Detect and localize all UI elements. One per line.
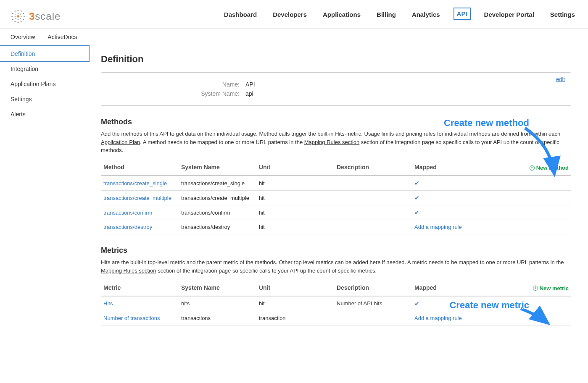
- metric-system: transactions: [179, 311, 256, 325]
- method-name-link[interactable]: transactions/destroy: [103, 224, 152, 230]
- method-system: transactions/create_single: [179, 176, 256, 191]
- definition-infobox: edit Name: API System Name: api: [101, 72, 571, 106]
- application-plan-link[interactable]: Application Plan: [101, 139, 140, 145]
- svg-point-14: [15, 18, 16, 19]
- col-mapped: Mapped: [412, 280, 496, 296]
- svg-point-16: [18, 13, 18, 13]
- col-unit: Unit: [256, 160, 334, 176]
- nav-developers[interactable]: Developers: [270, 9, 309, 20]
- info-system-label: System Name:: [109, 90, 245, 97]
- table-row: transactions/create_multipletransactions…: [101, 191, 571, 205]
- nav-applications[interactable]: Applications: [320, 9, 363, 20]
- svg-point-3: [24, 16, 25, 17]
- method-name-link[interactable]: transactions/create_single: [103, 180, 167, 186]
- page: Definition Integration Application Plans…: [0, 46, 588, 365]
- method-system: transactions/destroy: [179, 220, 256, 234]
- col-system: System Name: [179, 280, 256, 296]
- metrics-description: Hits are the built-in top-level metric a…: [101, 258, 571, 275]
- logo-text: 3scale: [29, 10, 61, 22]
- methods-table: Method System Name Unit Description Mapp…: [101, 160, 571, 235]
- subnav: Overview ActiveDocs: [0, 29, 588, 46]
- metric-unit: hit: [256, 296, 334, 311]
- check-icon: ✔: [414, 180, 419, 186]
- metric-name-link[interactable]: Hits: [103, 300, 113, 307]
- nav-settings[interactable]: Settings: [548, 9, 577, 20]
- metric-mapped: ✔: [412, 296, 496, 311]
- sidebar-item-alerts[interactable]: Alerts: [0, 107, 89, 122]
- svg-point-13: [20, 13, 21, 14]
- metric-unit: transaction: [256, 311, 334, 325]
- table-row: HitshitshitNumber of API hits✔: [101, 296, 571, 311]
- new-metric-button[interactable]: + New metric: [533, 285, 569, 291]
- metric-name-link[interactable]: Number of transactions: [103, 315, 160, 321]
- svg-point-10: [12, 13, 13, 14]
- svg-point-19: [21, 16, 21, 16]
- subnav-activedocs[interactable]: ActiveDocs: [47, 34, 77, 40]
- method-unit: hit: [256, 176, 334, 191]
- check-icon: ✔: [414, 209, 419, 216]
- logo-mark-icon: [11, 9, 26, 24]
- metrics-table: Metric System Name Unit Description Mapp…: [101, 280, 571, 325]
- edit-link[interactable]: edit: [556, 76, 565, 82]
- method-desc: [334, 220, 412, 234]
- col-method: Method: [101, 160, 179, 176]
- subnav-overview[interactable]: Overview: [11, 34, 35, 40]
- mapping-rules-link[interactable]: Mapping Rules section: [304, 139, 360, 145]
- methods-description: Add the methods of this API to get data …: [101, 130, 571, 155]
- check-icon: ✔: [414, 194, 419, 201]
- add-mapping-rule-link[interactable]: Add a mapping rule: [414, 315, 462, 321]
- col-system: System Name: [179, 160, 256, 176]
- info-name-value: API: [245, 81, 255, 88]
- svg-point-0: [18, 10, 19, 11]
- method-name-link[interactable]: transactions/confirm: [103, 210, 152, 216]
- sidebar-item-definition[interactable]: Definition: [0, 45, 90, 62]
- method-unit: hit: [256, 205, 334, 220]
- method-unit: hit: [256, 220, 334, 234]
- mapping-rules-link-2[interactable]: Mapping Rules section: [101, 268, 156, 274]
- svg-point-18: [15, 16, 16, 16]
- table-row: transactions/destroytransactions/destroy…: [101, 220, 571, 234]
- sidebar-item-application-plans[interactable]: Application Plans: [0, 76, 89, 92]
- plus-icon: +: [530, 165, 535, 171]
- svg-point-8: [12, 18, 13, 20]
- add-mapping-rule-link[interactable]: Add a mapping rule: [414, 224, 462, 230]
- sidebar-item-settings[interactable]: Settings: [0, 92, 89, 107]
- new-method-button[interactable]: + New method: [530, 165, 569, 171]
- sidebar-item-integration[interactable]: Integration: [0, 61, 89, 76]
- info-system-value: api: [245, 90, 253, 97]
- method-mapped: ✔: [412, 191, 496, 205]
- nav-analytics[interactable]: Analytics: [409, 9, 443, 20]
- table-row: transactions/confirmtransactions/confirm…: [101, 205, 571, 220]
- nav-billing[interactable]: Billing: [374, 9, 398, 20]
- nav-dashboard[interactable]: Dashboard: [221, 9, 259, 20]
- content: Definition edit Name: API System Name: a…: [89, 46, 588, 365]
- col-metric: Metric: [101, 280, 179, 296]
- info-name-label: Name:: [109, 81, 245, 88]
- svg-point-11: [14, 10, 16, 12]
- svg-point-9: [11, 16, 13, 17]
- col-desc: Description: [334, 160, 412, 176]
- method-desc: [334, 176, 412, 191]
- col-unit: Unit: [256, 280, 334, 296]
- method-desc: [334, 205, 412, 220]
- topbar: 3scale Dashboard Developers Applications…: [0, 0, 588, 29]
- metric-desc: [334, 311, 412, 325]
- metric-system: hits: [179, 296, 256, 311]
- method-name-link[interactable]: transactions/create_multiple: [103, 195, 171, 201]
- nav-api[interactable]: API: [454, 8, 471, 20]
- nav-developer-portal[interactable]: Developer Portal: [482, 9, 537, 20]
- metric-mapped: Add a mapping rule: [412, 311, 496, 325]
- svg-point-1: [21, 10, 22, 12]
- svg-point-17: [18, 19, 18, 20]
- method-mapped: ✔: [412, 176, 496, 191]
- svg-point-12: [15, 13, 16, 14]
- svg-point-6: [18, 22, 19, 23]
- plus-icon: +: [533, 286, 538, 291]
- methods-heading: Methods: [101, 118, 571, 126]
- logo[interactable]: 3scale: [11, 9, 61, 24]
- table-row: Number of transactionstransactionstransa…: [101, 311, 571, 325]
- svg-point-2: [23, 13, 24, 14]
- method-desc: [334, 191, 412, 205]
- check-icon: ✔: [414, 300, 419, 307]
- sidebar: Definition Integration Application Plans…: [0, 46, 89, 365]
